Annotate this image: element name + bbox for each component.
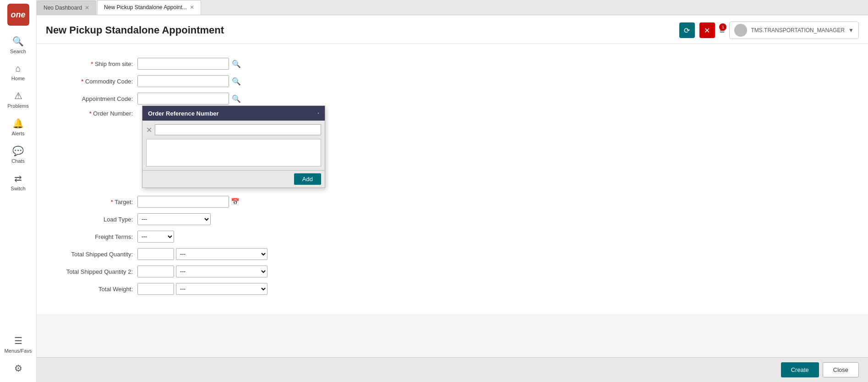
app-logo[interactable]: one <box>7 4 29 26</box>
popup-reference-input[interactable] <box>155 124 321 135</box>
commodity-code-search-button[interactable]: 🔍 <box>231 76 242 87</box>
appointment-code-label: Appointment Code: <box>55 95 137 102</box>
popup-header: Order Reference Number · <box>142 106 325 121</box>
commodity-code-label: * Commodity Code: <box>55 78 137 85</box>
freight-terms-row: Freight Terms: --- Prepaid Collect <box>55 231 850 243</box>
page-title: New Pickup Standalone Appointment <box>46 24 224 36</box>
bottom-toolbar: Create Close <box>37 357 868 382</box>
total-weight-row: Total Weight: --- <box>55 283 850 295</box>
user-dropdown[interactable]: TMS.TRANSPORTATION_MANAGER ▼ <box>729 22 859 39</box>
total-weight-label: Total Weight: <box>55 286 137 293</box>
popup-add-button[interactable]: Add <box>294 173 321 185</box>
close-page-button[interactable]: ✕ <box>699 22 715 38</box>
popup-input-row: ✕ <box>146 124 321 135</box>
appointment-code-input-group: 🔍 <box>137 93 242 105</box>
switch-icon: ⇄ <box>14 173 22 184</box>
tab-close-neo-dashboard[interactable]: ✕ <box>85 5 89 11</box>
page-header: New Pickup Standalone Appointment ⟳ ✕ ≡ … <box>37 15 868 44</box>
ship-from-site-input-group: 🔍 <box>137 58 242 70</box>
load-type-label: Load Type: <box>55 216 137 223</box>
dropdown-arrow-icon: ▼ <box>848 27 854 33</box>
popup-body: ✕ <box>142 121 325 170</box>
tab-new-pickup[interactable]: New Pickup Standalone Appoint... ✕ <box>97 0 201 15</box>
target-calendar-button[interactable]: 📅 <box>231 198 240 206</box>
sidebar-item-chats[interactable]: 💬 Chats <box>0 141 36 168</box>
appointment-code-row: Appointment Code: 🔍 <box>55 93 850 105</box>
form-panel: * Ship from site: 🔍 * Commodity Code: 🔍 <box>37 44 868 314</box>
total-shipped-qty2-row: Total Shipped Quantity 2: --- <box>55 266 850 277</box>
home-icon: ⌂ <box>15 63 21 74</box>
create-button[interactable]: Create <box>781 362 819 377</box>
sidebar-item-settings[interactable]: ⚙ <box>0 358 36 378</box>
ship-from-site-search-button[interactable]: 🔍 <box>231 59 242 69</box>
sidebar-item-problems[interactable]: ⚠ Problems <box>0 86 36 113</box>
commodity-code-input-group: 🔍 <box>137 75 242 87</box>
refresh-button[interactable]: ⟳ <box>679 22 695 38</box>
content-area: * Ship from site: 🔍 * Commodity Code: 🔍 <box>37 44 868 357</box>
main-area: Neo Dashboard ✕ New Pickup Standalone Ap… <box>37 0 868 382</box>
appointment-code-search-button[interactable]: 🔍 <box>231 94 242 104</box>
sidebar-item-home[interactable]: ⌂ Home <box>0 59 36 86</box>
user-avatar <box>734 24 747 37</box>
sidebar-bottom: ☰ Menus/Favs ⚙ <box>0 331 36 382</box>
total-shipped-qty2-unit-select[interactable]: --- <box>176 266 267 277</box>
sidebar-item-switch[interactable]: ⇄ Switch <box>0 168 36 196</box>
tabs-bar: Neo Dashboard ✕ New Pickup Standalone Ap… <box>37 0 868 15</box>
freight-terms-label: Freight Terms: <box>55 233 137 240</box>
target-row: * Target: 📅 <box>55 196 850 208</box>
ship-from-site-input[interactable] <box>137 58 229 70</box>
order-number-label: * Order Number: <box>55 110 137 117</box>
tab-close-new-pickup[interactable]: ✕ <box>190 4 194 11</box>
alerts-icon: 🔔 <box>12 118 24 129</box>
total-shipped-qty2-input[interactable] <box>137 266 174 277</box>
menu-button[interactable]: ≡ 1 <box>720 25 725 36</box>
sidebar-item-alerts[interactable]: 🔔 Alerts <box>0 113 36 141</box>
order-number-row: * Order Number: Order Reference Number ·… <box>55 110 850 117</box>
total-shipped-qty2-group: --- <box>137 266 267 277</box>
popup-list-area <box>146 139 321 166</box>
load-type-select[interactable]: --- Full Partial <box>137 213 211 225</box>
target-label: * Target: <box>55 199 137 205</box>
total-shipped-qty-input[interactable] <box>137 248 174 260</box>
popup-delete-button[interactable]: ✕ <box>146 126 152 134</box>
popup-list-content <box>146 139 321 166</box>
header-right: ⟳ ✕ ≡ 1 TMS.TRANSPORTATION_MANAGER ▼ <box>679 22 859 39</box>
commodity-code-row: * Commodity Code: 🔍 <box>55 75 850 87</box>
problems-icon: ⚠ <box>14 90 22 101</box>
close-form-button[interactable]: Close <box>823 362 859 377</box>
chats-icon: 💬 <box>12 145 24 156</box>
settings-icon: ⚙ <box>14 363 22 374</box>
appointment-code-input[interactable] <box>137 93 229 105</box>
ship-from-site-label: * Ship from site: <box>55 61 137 67</box>
order-reference-popup: Order Reference Number · ✕ Add <box>142 105 325 188</box>
search-icon: 🔍 <box>12 36 24 47</box>
target-input[interactable] <box>137 196 229 208</box>
menus-icon: ☰ <box>14 335 22 346</box>
total-weight-group: --- <box>137 283 267 295</box>
sidebar: one 🔍 Search ⌂ Home ⚠ Problems 🔔 Alerts … <box>0 0 37 382</box>
sidebar-item-menus[interactable]: ☰ Menus/Favs <box>0 331 36 358</box>
total-weight-input[interactable] <box>137 283 174 295</box>
total-shipped-qty-label: Total Shipped Quantity: <box>55 251 137 258</box>
total-shipped-qty2-label: Total Shipped Quantity 2: <box>55 268 137 275</box>
tab-neo-dashboard[interactable]: Neo Dashboard ✕ <box>37 0 96 15</box>
ship-from-site-row: * Ship from site: 🔍 <box>55 58 850 70</box>
target-input-group: 📅 <box>137 196 240 208</box>
load-type-row: Load Type: --- Full Partial <box>55 213 850 225</box>
freight-terms-select[interactable]: --- Prepaid Collect <box>137 231 174 243</box>
commodity-code-input[interactable] <box>137 75 229 87</box>
total-shipped-qty-unit-select[interactable]: --- <box>176 248 267 260</box>
popup-close-icon[interactable]: · <box>317 110 319 117</box>
total-weight-unit-select[interactable]: --- <box>176 283 267 295</box>
user-name: TMS.TRANSPORTATION_MANAGER <box>751 27 845 33</box>
sidebar-item-search[interactable]: 🔍 Search <box>0 31 36 59</box>
popup-title: Order Reference Number <box>148 110 219 117</box>
total-shipped-qty-group: --- <box>137 248 267 260</box>
total-shipped-qty-row: Total Shipped Quantity: --- <box>55 248 850 260</box>
popup-footer: Add <box>142 170 325 188</box>
notification-badge: 1 <box>719 23 726 31</box>
